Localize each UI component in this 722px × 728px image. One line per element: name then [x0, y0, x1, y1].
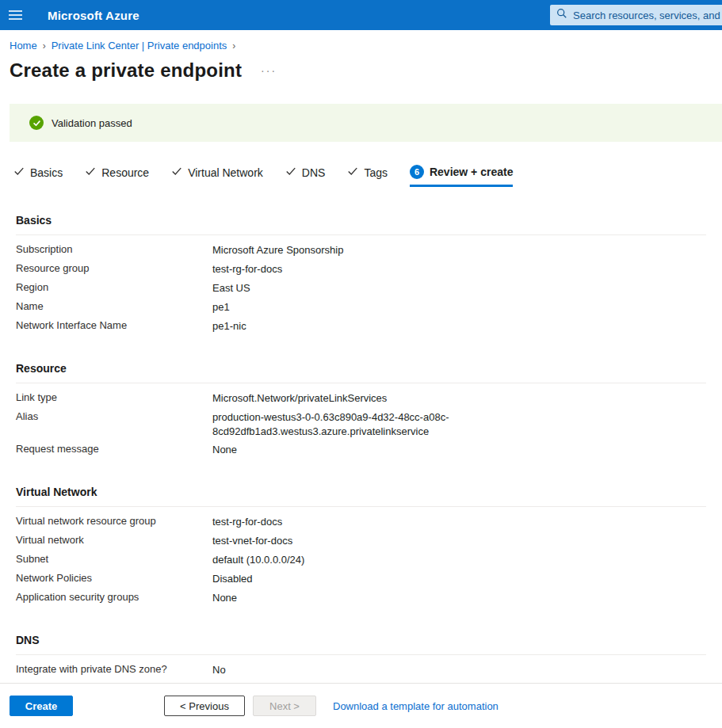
- row-label: Application security groups: [16, 587, 212, 603]
- review-row: Request message None: [16, 439, 706, 458]
- review-content: Basics Subscription Microsoft Azure Spon…: [16, 208, 706, 718]
- more-actions-icon[interactable]: ···: [258, 63, 280, 78]
- review-row: Integrate with private DNS zone? No: [16, 659, 706, 678]
- tab-basics[interactable]: Basics: [13, 166, 63, 187]
- search-icon: [556, 8, 567, 22]
- review-row: Subnet default (10.0.0.0/24): [16, 549, 706, 568]
- validation-banner: Validation passed: [10, 104, 722, 142]
- wizard-footer: Create < Previous Next > Download a temp…: [0, 683, 722, 728]
- next-button[interactable]: Next >: [253, 696, 316, 716]
- divider: [16, 383, 706, 383]
- tab-tags[interactable]: Tags: [347, 166, 388, 187]
- row-value: Microsoft Azure Sponsorship: [212, 239, 343, 257]
- row-value: No: [212, 659, 226, 677]
- section-title: DNS: [16, 627, 706, 654]
- check-icon: [347, 166, 358, 179]
- tab-label: Resource: [101, 166, 149, 179]
- step-number-badge: 6: [410, 165, 424, 179]
- row-value: Microsoft.Network/privateLinkServices: [212, 387, 387, 406]
- breadcrumb-private-link-center-link[interactable]: Private Link Center | Private endpoints: [52, 40, 227, 51]
- section-virtual-network: Virtual Network Virtual network resource…: [16, 479, 706, 606]
- section-basics: Basics Subscription Microsoft Azure Spon…: [16, 208, 706, 334]
- row-label: Virtual network resource group: [16, 511, 212, 527]
- row-label: Link type: [16, 387, 212, 403]
- row-label: Subscription: [16, 239, 212, 255]
- row-value: pe1: [212, 296, 230, 314]
- breadcrumb: Home › Private Link Center | Private end…: [10, 40, 722, 51]
- row-label: Region: [16, 277, 212, 293]
- tab-label: Tags: [364, 166, 388, 179]
- review-row: Virtual network resource group test-rg-f…: [16, 511, 706, 530]
- check-icon: [285, 166, 296, 179]
- review-row: Application security groups None: [16, 587, 706, 606]
- tab-resource[interactable]: Resource: [85, 166, 149, 187]
- review-row: Subscription Microsoft Azure Sponsorship: [16, 239, 706, 258]
- row-label: Resource group: [16, 258, 212, 274]
- row-label: Name: [16, 296, 212, 312]
- row-value: default (10.0.0.0/24): [212, 549, 304, 567]
- tab-label: Review + create: [430, 166, 513, 178]
- previous-button[interactable]: < Previous: [164, 696, 245, 716]
- review-row: Name pe1: [16, 296, 706, 315]
- section-title: Basics: [16, 208, 706, 234]
- download-template-link[interactable]: Download a template for automation: [333, 700, 499, 712]
- row-label: Alias: [16, 406, 212, 422]
- divider: [16, 654, 706, 655]
- review-row: Resource group test-rg-for-docs: [16, 258, 706, 277]
- row-label: Virtual network: [16, 530, 212, 546]
- validation-message: Validation passed: [52, 117, 132, 129]
- review-row: Link type Microsoft.Network/privateLinkS…: [16, 387, 706, 406]
- row-value: test-rg-for-docs: [212, 258, 282, 276]
- row-value: None: [212, 439, 237, 457]
- tab-dns[interactable]: DNS: [285, 166, 326, 187]
- page-title: Create a private endpoint: [10, 59, 242, 82]
- wizard-tabs: Basics Resource Virtual Network DNS Tags…: [13, 165, 513, 187]
- divider: [16, 234, 706, 235]
- row-value: test-rg-for-docs: [212, 511, 282, 529]
- breadcrumb-separator: ›: [43, 40, 46, 51]
- row-label: Subnet: [16, 549, 212, 565]
- search-input[interactable]: [573, 10, 722, 21]
- tab-label: Virtual Network: [188, 166, 263, 179]
- row-value: None: [212, 587, 237, 605]
- check-icon: [85, 166, 96, 179]
- top-bar: Microsoft Azure: [0, 0, 722, 30]
- row-label: Network Policies: [16, 568, 212, 584]
- review-row: Virtual network test-vnet-for-docs: [16, 530, 706, 549]
- row-label: Integrate with private DNS zone?: [16, 659, 212, 675]
- row-value: pe1-nic: [212, 315, 246, 334]
- review-row: Network Policies Disabled: [16, 568, 706, 587]
- review-row: Network Interface Name pe1-nic: [16, 315, 706, 334]
- breadcrumb-home-link[interactable]: Home: [10, 40, 37, 51]
- review-row: Region East US: [16, 277, 706, 296]
- tab-review-create[interactable]: 6 Review + create: [410, 165, 513, 187]
- hamburger-menu-icon[interactable]: [0, 0, 30, 30]
- tab-virtual-network[interactable]: Virtual Network: [171, 166, 263, 187]
- row-label: Request message: [16, 439, 212, 455]
- row-value: Disabled: [212, 568, 253, 586]
- review-row: Alias production-westus3-0-0.63c890a9-4d…: [16, 406, 706, 439]
- section-resource: Resource Link type Microsoft.Network/pri…: [16, 356, 706, 458]
- row-label: Network Interface Name: [16, 315, 212, 331]
- tab-label: DNS: [302, 166, 326, 179]
- row-value: production-westus3-0-0.63c890a9-4d32-48c…: [212, 406, 457, 439]
- divider: [16, 506, 706, 507]
- breadcrumb-separator: ›: [232, 40, 235, 51]
- check-icon: [13, 166, 25, 179]
- global-search[interactable]: [550, 5, 722, 25]
- check-icon: [171, 166, 182, 179]
- create-button[interactable]: Create: [10, 696, 73, 716]
- section-title: Virtual Network: [16, 479, 706, 506]
- section-title: Resource: [16, 356, 706, 383]
- success-check-icon: [29, 116, 44, 130]
- tab-label: Basics: [30, 166, 63, 179]
- azure-logo-title[interactable]: Microsoft Azure: [48, 9, 139, 22]
- row-value: East US: [212, 277, 250, 295]
- row-value: test-vnet-for-docs: [212, 530, 292, 548]
